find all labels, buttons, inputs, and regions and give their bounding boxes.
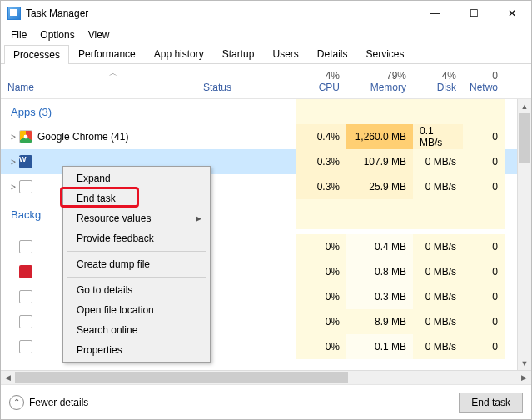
ctx-provide-feedback[interactable]: Provide feedback: [65, 228, 208, 248]
network-value: 0: [463, 124, 505, 149]
process-row[interactable]: >Google Chrome (41) 0.4% 1,260.0 MB 0.1 …: [1, 124, 531, 149]
section-bg-label: Backg: [11, 208, 41, 221]
submenu-arrow-icon: ▶: [196, 214, 201, 222]
tab-performance[interactable]: Performance: [69, 44, 145, 63]
tab-startup[interactable]: Startup: [213, 44, 264, 63]
footer: ⌃ Fewer details End task: [1, 384, 531, 419]
word-icon: W: [19, 155, 32, 168]
section-apps[interactable]: Apps (3): [1, 99, 531, 124]
sort-indicator-icon: ︿: [109, 68, 117, 79]
disk-value: 0 MB/s: [413, 149, 463, 174]
maximize-button[interactable]: ☐: [455, 1, 493, 26]
ctx-open-file-location[interactable]: Open file location: [65, 300, 208, 320]
memory-value: 107.9 MB: [346, 149, 413, 174]
app-icon: [19, 315, 32, 328]
app-icon: [19, 290, 32, 303]
menu-options[interactable]: Options: [33, 28, 81, 42]
app-icon: [19, 265, 32, 278]
cpu-value: 0.4%: [296, 124, 346, 149]
ctx-properties[interactable]: Properties: [65, 340, 208, 360]
ctx-expand[interactable]: Expand: [65, 168, 208, 188]
cpu-value: 0.3%: [296, 174, 346, 199]
scroll-up-icon[interactable]: ▲: [518, 99, 531, 113]
scroll-right-icon[interactable]: ▶: [517, 371, 531, 384]
window-buttons: — ☐ ✕: [416, 1, 531, 26]
scroll-down-icon[interactable]: ▼: [518, 356, 531, 370]
col-status[interactable]: Status: [196, 64, 296, 98]
chrome-icon: [19, 130, 32, 143]
network-value: 0: [463, 149, 505, 174]
network-value: 0: [463, 174, 505, 199]
app-icon: [19, 180, 32, 193]
separator: [67, 277, 206, 278]
ctx-end-task[interactable]: End task: [65, 188, 208, 208]
ctx-go-to-details[interactable]: Go to details: [65, 280, 208, 300]
col-disk[interactable]: 4%Disk: [413, 64, 463, 98]
ctx-create-dump[interactable]: Create dump file: [65, 254, 208, 274]
expand-icon[interactable]: >: [7, 132, 19, 142]
col-name-label: Name: [7, 82, 34, 93]
expand-icon[interactable]: >: [7, 182, 19, 192]
app-icon: [7, 7, 21, 20]
end-task-button[interactable]: End task: [459, 392, 523, 412]
menubar: File Options View: [1, 26, 531, 44]
menu-view[interactable]: View: [82, 28, 117, 42]
window-title: Task Manager: [26, 8, 88, 19]
section-apps-label: Apps (3): [11, 106, 52, 118]
col-cpu[interactable]: 4%CPU: [296, 64, 346, 98]
minimize-button[interactable]: —: [416, 1, 455, 26]
scroll-thumb[interactable]: [15, 372, 348, 383]
fewer-details-button[interactable]: ⌃ Fewer details: [9, 395, 88, 410]
tab-users[interactable]: Users: [263, 44, 307, 63]
titlebar[interactable]: Task Manager — ☐ ✕: [1, 1, 531, 26]
tab-details[interactable]: Details: [308, 44, 357, 63]
memory-value: 1,260.0 MB: [346, 124, 413, 149]
app-icon: [19, 340, 32, 353]
context-menu: Expand End task Resource values▶ Provide…: [62, 166, 211, 362]
separator: [67, 251, 206, 252]
tab-processes[interactable]: Processes: [4, 45, 69, 64]
horizontal-scrollbar[interactable]: ◀ ▶: [1, 370, 531, 384]
app-icon: [19, 240, 32, 253]
memory-value: 25.9 MB: [346, 174, 413, 199]
tab-services[interactable]: Services: [357, 44, 414, 63]
vertical-scrollbar[interactable]: ▲ ▼: [517, 99, 531, 370]
col-memory[interactable]: 79%Memory: [346, 64, 413, 98]
tab-bar: Processes Performance App history Startu…: [1, 44, 531, 64]
scroll-left-icon[interactable]: ◀: [1, 371, 15, 384]
col-name[interactable]: Name ︿: [1, 64, 196, 98]
close-button[interactable]: ✕: [493, 1, 531, 26]
ctx-resource-values[interactable]: Resource values▶: [65, 208, 208, 228]
expand-icon[interactable]: >: [7, 158, 19, 167]
scroll-thumb[interactable]: [519, 113, 530, 163]
chevron-up-icon: ⌃: [9, 395, 24, 410]
ctx-search-online[interactable]: Search online: [65, 320, 208, 340]
cpu-value: 0.3%: [296, 149, 346, 174]
column-headers: Name ︿ Status 4%CPU 79%Memory 4%Disk 0Ne…: [1, 64, 531, 99]
fewer-details-label: Fewer details: [29, 397, 88, 408]
disk-value: 0 MB/s: [413, 174, 463, 199]
col-network[interactable]: 0Netwo: [463, 64, 505, 98]
col-status-label: Status: [203, 82, 290, 93]
tab-app-history[interactable]: App history: [145, 44, 213, 63]
menu-file[interactable]: File: [4, 28, 33, 42]
process-name: Google Chrome (41): [37, 131, 128, 142]
disk-value: 0.1 MB/s: [413, 124, 463, 149]
